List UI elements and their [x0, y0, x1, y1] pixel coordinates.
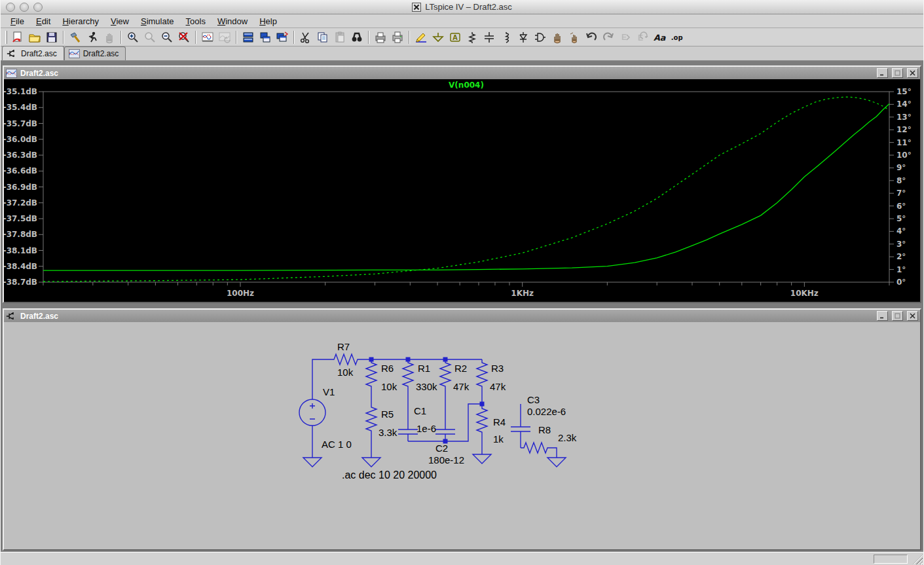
- menu-edit[interactable]: Edit: [30, 15, 56, 27]
- part-value-C2[interactable]: 180e-12: [428, 454, 464, 465]
- spice-directive-text[interactable]: .ac dec 10 20 20000: [342, 469, 437, 481]
- close-window-button[interactable]: [6, 3, 15, 12]
- ground-symbol[interactable]: [473, 454, 491, 464]
- cascade-windows-button[interactable]: [274, 29, 291, 45]
- resistor-R8[interactable]: [521, 443, 552, 453]
- spice-directive-button[interactable]: .op: [668, 29, 685, 45]
- part-value-C1[interactable]: 1e-6: [416, 423, 436, 434]
- resistor-R3[interactable]: [477, 359, 487, 391]
- part-value-R6[interactable]: 10k: [381, 381, 397, 392]
- menu-help[interactable]: Help: [253, 15, 283, 27]
- maximize-button[interactable]: [892, 311, 903, 321]
- menu-hierarchy[interactable]: Hierarchy: [56, 15, 105, 27]
- cut-button[interactable]: [297, 29, 314, 45]
- resistor-R5[interactable]: [366, 404, 377, 435]
- maximize-button[interactable]: [892, 68, 903, 78]
- paste-button[interactable]: [331, 29, 348, 45]
- resistor-R1[interactable]: [403, 359, 413, 391]
- schematic-window-titlebar[interactable]: Draft2.asc: [4, 310, 920, 322]
- part-value-R5[interactable]: 3.3k: [379, 427, 397, 438]
- part-ref-R1[interactable]: R1: [418, 363, 430, 374]
- plot-settings-button[interactable]: [216, 29, 233, 45]
- zoom-in-button[interactable]: [124, 29, 141, 45]
- place-capacitor-button[interactable]: [481, 29, 498, 45]
- zoom-back-button[interactable]: [141, 29, 158, 45]
- window-titlebar[interactable]: LTspice IV – Draft2.asc: [1, 0, 923, 14]
- undo-button[interactable]: [583, 29, 600, 45]
- print-button[interactable]: [389, 29, 406, 45]
- resistor-R6[interactable]: [366, 359, 377, 391]
- part-value-R7[interactable]: 10k: [337, 367, 354, 378]
- part-ref-V1[interactable]: V1: [323, 386, 335, 397]
- place-resistor-button[interactable]: [464, 29, 481, 45]
- capacitor-C3[interactable]: [511, 419, 530, 439]
- minimize-window-button[interactable]: [20, 3, 29, 12]
- label-net-button[interactable]: A: [447, 29, 464, 45]
- part-ref-R8[interactable]: R8: [538, 424, 551, 435]
- part-value-V1[interactable]: AC 1 0: [322, 439, 352, 450]
- resistor-R4[interactable]: [477, 405, 487, 437]
- schematic-canvas[interactable]: V1 AC 1 0 R7 10k R6 10k R1 330k R2 47k R…: [4, 322, 920, 549]
- minimize-button[interactable]: [877, 68, 888, 78]
- redo-button[interactable]: [600, 29, 617, 45]
- part-value-C3[interactable]: 0.022e-6: [527, 406, 566, 417]
- ground-symbol[interactable]: [547, 458, 566, 467]
- part-value-R4[interactable]: 1k: [493, 433, 504, 445]
- ground-symbol[interactable]: [303, 458, 322, 467]
- menu-window[interactable]: Window: [212, 15, 253, 27]
- place-text-button[interactable]: Aa: [651, 29, 668, 45]
- resize-grip[interactable]: [913, 555, 923, 564]
- schematic-window[interactable]: Draft2.asc: [3, 308, 921, 551]
- part-ref-R3[interactable]: R3: [491, 363, 504, 374]
- capacitor-C1[interactable]: [398, 422, 418, 441]
- control-panel-button[interactable]: [67, 29, 84, 45]
- zoom-out-button[interactable]: [158, 29, 176, 45]
- zoom-window-button[interactable]: [33, 3, 43, 12]
- draw-wire-button[interactable]: [413, 29, 430, 45]
- open-file-button[interactable]: [26, 29, 43, 45]
- waveform-window[interactable]: Draft2.asc V(n004)-35.1dB-35.4dB-35.7dB-…: [3, 65, 921, 303]
- part-ref-R7[interactable]: R7: [337, 341, 350, 352]
- menu-file[interactable]: File: [5, 15, 30, 27]
- voltage-source-V1[interactable]: [299, 399, 325, 426]
- rotate-button[interactable]: E: [634, 29, 651, 45]
- minimize-button[interactable]: [877, 311, 888, 321]
- part-value-R2[interactable]: 47k: [453, 381, 470, 392]
- part-value-R1[interactable]: 330k: [416, 381, 437, 392]
- tab-schematic-draft2[interactable]: Draft2.asc: [2, 46, 64, 60]
- ground-symbol[interactable]: [362, 458, 380, 467]
- waveform-window-titlebar[interactable]: Draft2.asc: [4, 67, 920, 79]
- part-ref-C3[interactable]: C3: [527, 394, 540, 405]
- part-ref-C1[interactable]: C1: [414, 405, 426, 416]
- part-value-R8[interactable]: 2.3k: [558, 432, 577, 443]
- tile-vertically-button[interactable]: [257, 29, 274, 45]
- resistor-R7[interactable]: [331, 354, 362, 365]
- place-component-button[interactable]: [532, 29, 549, 45]
- menu-tools[interactable]: Tools: [180, 15, 212, 27]
- close-button[interactable]: [907, 68, 918, 78]
- menu-view[interactable]: View: [105, 15, 135, 27]
- drag-button[interactable]: [566, 29, 583, 45]
- resistor-R2[interactable]: [440, 359, 451, 391]
- print-preview-button[interactable]: [372, 29, 389, 45]
- new-schematic-button[interactable]: [9, 29, 26, 45]
- save-file-button[interactable]: [43, 29, 60, 45]
- capacitor-C2[interactable]: [435, 422, 455, 441]
- waveform-plot-area[interactable]: V(n004)-35.1dB-35.4dB-35.7dB-36.0dB-36.3…: [4, 79, 920, 302]
- place-inductor-button[interactable]: [498, 29, 515, 45]
- run-simulation-button[interactable]: [84, 29, 101, 45]
- tab-waveform-draft2[interactable]: Draft2.asc: [64, 46, 126, 60]
- move-button[interactable]: [549, 29, 566, 45]
- mirror-button[interactable]: E: [617, 29, 634, 45]
- part-ref-C2[interactable]: C2: [435, 443, 448, 454]
- close-button[interactable]: [907, 311, 918, 321]
- tile-horizontally-button[interactable]: [240, 29, 257, 45]
- part-value-R3[interactable]: 47k: [490, 381, 506, 392]
- zoom-full-extents-button[interactable]: [176, 29, 193, 45]
- place-diode-button[interactable]: [515, 29, 532, 45]
- part-ref-R5[interactable]: R5: [381, 409, 394, 420]
- menu-simulate[interactable]: Simulate: [135, 15, 180, 27]
- place-ground-button[interactable]: [430, 29, 447, 45]
- part-ref-R2[interactable]: R2: [454, 363, 467, 374]
- part-ref-R4[interactable]: R4: [493, 416, 506, 428]
